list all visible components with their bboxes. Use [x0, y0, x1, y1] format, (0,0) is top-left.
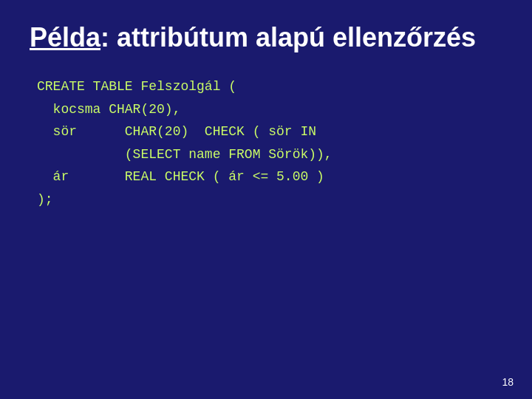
code-block: CREATE TABLE Felszolgál ( kocsma CHAR(20… [37, 75, 502, 211]
code-line-3: sör CHAR(20) CHECK ( sör IN [37, 120, 502, 143]
code-line-4: (SELECT name FROM Sörök)), [37, 143, 502, 166]
slide-title: Példa: attribútum alapú ellenzőrzés [30, 22, 502, 53]
code-line-5: ár REAL CHECK ( ár <= 5.00 ) [37, 166, 502, 188]
slide: Példa: attribútum alapú ellenzőrzés CREA… [0, 0, 532, 399]
code-line-2: kocsma CHAR(20), [37, 98, 502, 121]
page-number: 18 [502, 376, 514, 388]
title-colon: : attribútum alapú ellenzőrzés [100, 22, 476, 52]
code-line-1: CREATE TABLE Felszolgál ( [37, 75, 502, 98]
code-line-6: ); [37, 188, 502, 211]
title-underlined-word: Példa [30, 22, 100, 52]
